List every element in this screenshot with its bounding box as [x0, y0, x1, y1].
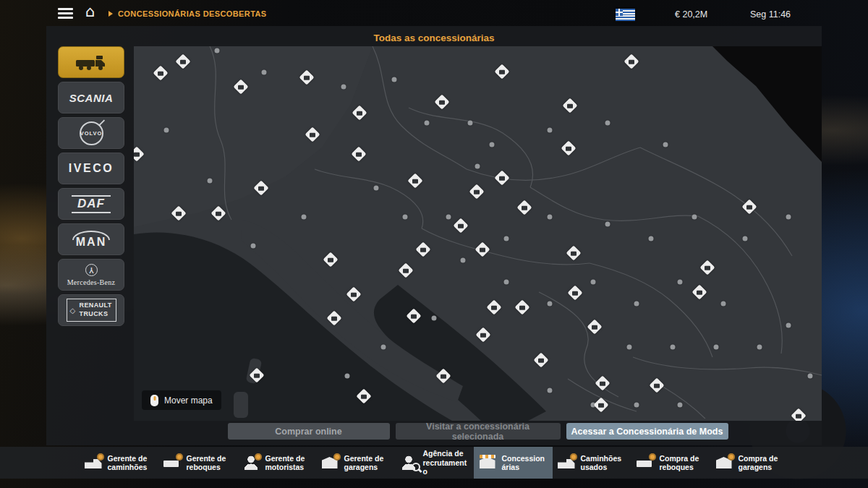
brand-filter-button[interactable]: DAF [58, 188, 124, 220]
toolbar-item[interactable]: Compra de garagens [710, 447, 789, 479]
brand-filter-button[interactable]: SCANIA [58, 82, 124, 114]
toolbar-item[interactable]: Concessionárias [474, 447, 553, 479]
city-dot [634, 301, 639, 307]
brand-filter-button[interactable]: IVECO [58, 153, 124, 184]
dealers-panel: Todas as concessionárias SCANIA VOLVO IV… [46, 26, 822, 445]
bottom-toolbar: Gerente de caminhões Gerente de reboques… [0, 447, 868, 479]
mouse-icon [150, 395, 158, 406]
dealer-truck-glyph [538, 358, 544, 362]
dealer-truck-glyph [351, 292, 357, 296]
city-dot [302, 215, 307, 220]
menu-icon[interactable] [58, 8, 73, 21]
garage-purchase-icon [715, 454, 733, 471]
brand-filter-button[interactable]: Mercedes-Benz [58, 259, 124, 291]
brand-filter-button[interactable]: VOLVO [58, 117, 124, 149]
dealer-truck-glyph [403, 268, 409, 273]
toolbar-item[interactable]: Gerente de motoristas [237, 447, 316, 479]
brand-filter-sidebar: SCANIA VOLVO IVECO DAF MAN Mercedes-Benz… [58, 46, 124, 326]
brand-logo: VOLVO [80, 121, 103, 145]
dealer-truck-glyph [746, 205, 752, 209]
city-dot [678, 280, 683, 285]
brand-filter-all[interactable] [58, 46, 124, 78]
city-dot [663, 142, 668, 147]
dealer-truck-glyph [411, 314, 417, 318]
city-dot [251, 244, 256, 249]
city-dot [548, 388, 553, 393]
dealer-truck-glyph [571, 251, 576, 255]
dealer-truck-glyph [480, 333, 486, 337]
city-dot [341, 85, 346, 90]
dealer-truck-glyph [796, 414, 801, 418]
dealer-truck-glyph [600, 381, 605, 385]
dealer-truck-glyph [629, 59, 634, 64]
dealer-truck-glyph [499, 69, 505, 74]
city-dot [446, 215, 451, 220]
city-dot [468, 121, 473, 126]
garage-manager-icon [320, 454, 339, 471]
breadcrumb-label: CONCESSIONÁRIAS DESCOBERTAS [118, 9, 267, 18]
city-dot [392, 77, 397, 82]
dealer-truck-glyph [566, 146, 571, 150]
topbar: CONCESSIONÁRIAS DESCOBERTAS € 20,2M Seg … [0, 0, 868, 26]
dealer-truck-glyph [216, 211, 221, 215]
greece-flag-icon [616, 9, 635, 21]
icon-accent [176, 453, 183, 461]
visit-dealer-button[interactable]: Visitar a concessionária selecionada [396, 423, 561, 440]
toolbar-item[interactable]: Agência de recrutamento [395, 447, 474, 479]
brand-filter-button[interactable]: RENAULT TRUCKS [58, 294, 124, 326]
dealership-icon [478, 454, 497, 471]
dealer-truck-glyph [654, 383, 660, 388]
city-dot [504, 236, 509, 241]
city-dot [504, 280, 509, 285]
brand-filter-button[interactable]: MAN [58, 223, 124, 255]
toolbar-item-label: Concessionárias [502, 454, 548, 472]
breadcrumb[interactable]: CONCESSIONÁRIAS DESCOBERTAS [109, 9, 267, 18]
dealer-truck-glyph [480, 247, 485, 252]
icon-accent [255, 453, 262, 461]
map[interactable]: Mover mapa [134, 46, 822, 421]
city-dot [461, 258, 466, 263]
city-dot [548, 215, 553, 220]
toolbar-item-label: Gerente de caminhões [108, 454, 154, 472]
brand-logo: MAN [76, 231, 106, 249]
toolbar-item-label: Gerente de garagens [344, 454, 391, 472]
dealer-truck-glyph [180, 59, 186, 64]
used-trucks-icon [557, 454, 576, 471]
icon-accent [728, 453, 735, 461]
city-dot [714, 345, 719, 350]
dealer-truck-glyph [238, 85, 244, 89]
toolbar-item[interactable]: Compra de reboques [631, 447, 710, 479]
dealer-truck-glyph [499, 176, 505, 180]
city-dot [425, 121, 430, 126]
city-dot [262, 70, 267, 75]
dealer-truck-glyph [705, 265, 710, 270]
city-dot [649, 236, 654, 241]
dealer-truck-glyph [439, 100, 445, 104]
toolbar-item[interactable]: Gerente de reboques [158, 447, 237, 479]
home-icon[interactable] [85, 3, 101, 20]
toolbar-item-label: Compra de reboques [660, 454, 706, 472]
dealer-truck-glyph [412, 179, 418, 183]
city-dot [605, 222, 610, 227]
city-dot [605, 121, 610, 126]
dealer-truck-glyph [519, 305, 525, 309]
toolbar-item-label: Gerente de motoristas [265, 454, 312, 472]
dealer-truck-glyph [158, 71, 163, 75]
city-dot [627, 345, 632, 350]
mods-dealer-button[interactable]: Acessar a Concessionária de Mods [566, 423, 728, 440]
toolbar-item-label: Gerente de reboques [187, 454, 233, 472]
dealer-truck-glyph [572, 291, 578, 295]
dealer-truck-glyph [304, 75, 310, 80]
toolbar-item[interactable]: Gerente de caminhões [80, 447, 158, 479]
toolbar-item[interactable]: Caminhões usados [553, 447, 631, 479]
toolbar-item-label: Compra de garagens [739, 454, 785, 472]
icon-accent [97, 453, 104, 461]
buy-online-button[interactable]: Comprar online [228, 423, 390, 440]
dealer-truck-glyph [567, 103, 573, 108]
dealer-truck-glyph [310, 132, 315, 137]
toolbar-item[interactable]: Gerente de garagens [316, 447, 395, 479]
city-dot [786, 323, 791, 328]
dealer-truck-glyph [356, 152, 362, 156]
city-dot [721, 301, 726, 307]
dealer-truck-glyph [361, 394, 367, 398]
